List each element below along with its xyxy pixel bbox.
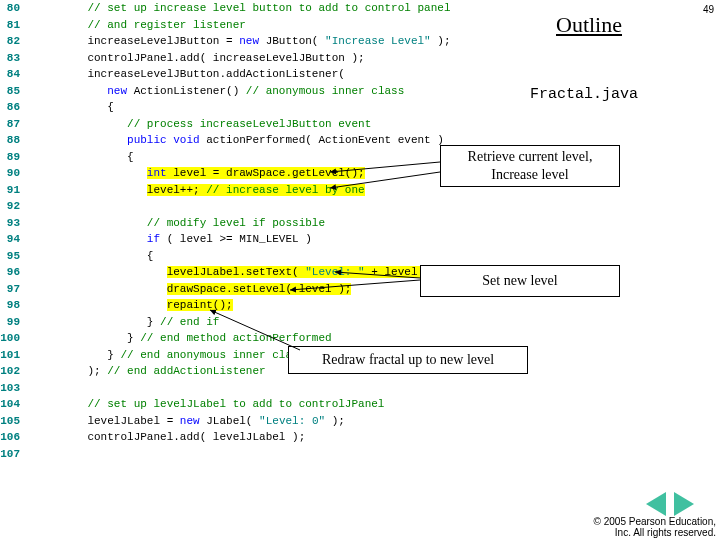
line-number: 96	[0, 264, 28, 281]
page-number: 49	[703, 4, 714, 15]
copyright-notice: © 2005 Pearson Education, Inc. All right…	[594, 516, 716, 538]
line-number: 102	[0, 363, 28, 380]
line-number: 90	[0, 165, 28, 182]
code-line: 83 controlJPanel.add( increaseLevelJButt…	[0, 50, 560, 67]
line-number: 88	[0, 132, 28, 149]
code-content: controlJPanel.add( increaseLevelJButton …	[28, 50, 560, 67]
callout-text: Increase level	[447, 166, 613, 184]
code-line: 92	[0, 198, 560, 215]
callout-set-new-level: Set new level	[420, 265, 620, 297]
code-content: // set up levelJLabel to add to controlJ…	[28, 396, 560, 413]
line-number: 83	[0, 50, 28, 67]
callout-redraw: Redraw fractal up to new level	[288, 346, 528, 374]
outline-heading: Outline	[556, 12, 622, 38]
line-number: 100	[0, 330, 28, 347]
code-content: new ActionListener() // anonymous inner …	[28, 83, 560, 100]
line-number: 87	[0, 116, 28, 133]
line-number: 97	[0, 281, 28, 298]
copyright-line: © 2005 Pearson Education,	[594, 516, 716, 527]
code-content: // process increaseLevelJButton event	[28, 116, 560, 133]
copyright-line: Inc. All rights reserved.	[594, 527, 716, 538]
line-number: 85	[0, 83, 28, 100]
code-line: 93 // modify level if possible	[0, 215, 560, 232]
line-number: 91	[0, 182, 28, 199]
line-number: 104	[0, 396, 28, 413]
line-number: 84	[0, 66, 28, 83]
line-number: 94	[0, 231, 28, 248]
line-number: 98	[0, 297, 28, 314]
line-number: 95	[0, 248, 28, 265]
code-content: // set up increase level button to add t…	[28, 0, 560, 17]
source-filename: Fractal.java	[530, 86, 638, 103]
code-line: 94 if ( level >= MIN_LEVEL )	[0, 231, 560, 248]
code-line: 100 } // end method actionPerformed	[0, 330, 560, 347]
code-line: 95 {	[0, 248, 560, 265]
code-line: 107	[0, 446, 560, 463]
code-line: 105 levelJLabel = new JLabel( "Level: 0"…	[0, 413, 560, 430]
code-content: } // end method actionPerformed	[28, 330, 560, 347]
code-content: increaseLevelJButton = new JButton( "Inc…	[28, 33, 560, 50]
line-number: 82	[0, 33, 28, 50]
code-content: controlJPanel.add( levelJLabel );	[28, 429, 560, 446]
code-line: 81 // and register listener	[0, 17, 560, 34]
code-line: 85 new ActionListener() // anonymous inn…	[0, 83, 560, 100]
line-number: 81	[0, 17, 28, 34]
callout-text: Retrieve current level,	[447, 148, 613, 166]
line-number: 103	[0, 380, 28, 397]
line-number: 93	[0, 215, 28, 232]
code-content: if ( level >= MIN_LEVEL )	[28, 231, 560, 248]
line-number: 107	[0, 446, 28, 463]
line-number: 101	[0, 347, 28, 364]
prev-slide-button[interactable]	[646, 492, 666, 516]
next-slide-button[interactable]	[674, 492, 694, 516]
code-line: 106 controlJPanel.add( levelJLabel );	[0, 429, 560, 446]
code-content: } // end if	[28, 314, 560, 331]
code-content: // and register listener	[28, 17, 560, 34]
line-number: 92	[0, 198, 28, 215]
line-number: 86	[0, 99, 28, 116]
code-content: repaint();	[28, 297, 560, 314]
code-content: levelJLabel = new JLabel( "Level: 0" );	[28, 413, 560, 430]
code-content: {	[28, 248, 560, 265]
code-line: 98 repaint();	[0, 297, 560, 314]
code-line: 82 increaseLevelJButton = new JButton( "…	[0, 33, 560, 50]
line-number: 99	[0, 314, 28, 331]
code-line: 87 // process increaseLevelJButton event	[0, 116, 560, 133]
line-number: 89	[0, 149, 28, 166]
code-line: 103	[0, 380, 560, 397]
code-content: {	[28, 99, 560, 116]
callout-retrieve-increase: Retrieve current level, Increase level	[440, 145, 620, 187]
code-line: 99 } // end if	[0, 314, 560, 331]
line-number: 105	[0, 413, 28, 430]
line-number: 80	[0, 0, 28, 17]
line-number: 106	[0, 429, 28, 446]
code-listing: 80 // set up increase level button to ad…	[0, 0, 560, 462]
code-content: // modify level if possible	[28, 215, 560, 232]
code-content: increaseLevelJButton.addActionListener(	[28, 66, 560, 83]
code-line: 86 {	[0, 99, 560, 116]
code-line: 80 // set up increase level button to ad…	[0, 0, 560, 17]
code-line: 104 // set up levelJLabel to add to cont…	[0, 396, 560, 413]
code-line: 84 increaseLevelJButton.addActionListene…	[0, 66, 560, 83]
